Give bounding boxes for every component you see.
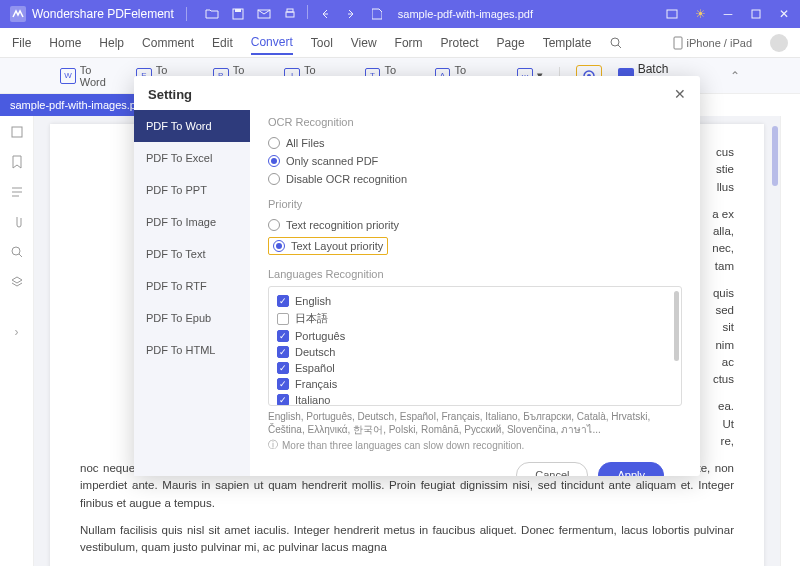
- ocr-section-title: OCR Recognition: [268, 116, 682, 128]
- thumbnail-icon[interactable]: [9, 124, 25, 140]
- rail-expand-icon[interactable]: ›: [9, 324, 25, 340]
- side-pdf-to-word[interactable]: PDF To Word: [134, 110, 250, 142]
- menu-convert[interactable]: Convert: [251, 31, 293, 55]
- dialog-title: Setting: [148, 87, 192, 102]
- to-word-button[interactable]: WTo Word: [60, 64, 120, 88]
- menu-file[interactable]: File: [12, 32, 31, 54]
- svg-rect-2: [235, 9, 241, 12]
- ocr-disable-radio[interactable]: Disable OCR recognition: [268, 170, 682, 188]
- svg-rect-7: [752, 10, 760, 18]
- svg-rect-5: [287, 9, 293, 12]
- ocr-scanned-radio[interactable]: Only scanned PDF: [268, 152, 682, 170]
- priority-text-radio[interactable]: Text recognition priority: [268, 216, 682, 234]
- lang-portugues[interactable]: ✓Português: [277, 328, 673, 344]
- side-pdf-to-text[interactable]: PDF To Text: [134, 238, 250, 270]
- layers-icon[interactable]: [9, 274, 25, 290]
- menu-form[interactable]: Form: [395, 32, 423, 54]
- toolbar-collapse-icon[interactable]: ⌃: [730, 69, 740, 83]
- maximize-icon[interactable]: [748, 6, 764, 22]
- undo-icon[interactable]: [316, 5, 334, 23]
- avatar[interactable]: [770, 34, 788, 52]
- selected-languages-summary: English, Português, Deutsch, Español, Fr…: [268, 410, 682, 436]
- menu-protect[interactable]: Protect: [441, 32, 479, 54]
- menu-page[interactable]: Page: [497, 32, 525, 54]
- lang-francais[interactable]: ✓Français: [277, 376, 673, 392]
- app-logo-icon: [8, 4, 28, 24]
- print-icon[interactable]: [281, 5, 299, 23]
- right-rail: [780, 116, 800, 566]
- lang-section-title: Languages Recognition: [268, 268, 682, 280]
- ocr-all-files-radio[interactable]: All Files: [268, 134, 682, 152]
- device-link[interactable]: iPhone / iPad: [673, 36, 752, 50]
- menu-comment[interactable]: Comment: [142, 32, 194, 54]
- dialog-sidebar: PDF To Word PDF To Excel PDF To PPT PDF …: [134, 110, 250, 476]
- mail-icon[interactable]: [255, 5, 273, 23]
- dialog-close-button[interactable]: ✕: [674, 86, 686, 102]
- apply-button[interactable]: Apply: [598, 462, 664, 476]
- menu-home[interactable]: Home: [49, 32, 81, 54]
- priority-section-title: Priority: [268, 198, 682, 210]
- svg-rect-6: [667, 10, 677, 18]
- app-title: Wondershare PDFelement: [32, 7, 174, 21]
- window-mode-icon[interactable]: [664, 6, 680, 22]
- lang-deutsch[interactable]: ✓Deutsch: [277, 344, 673, 360]
- menubar: File Home Help Comment Edit Convert Tool…: [0, 28, 800, 58]
- side-pdf-to-rtf[interactable]: PDF To RTF: [134, 270, 250, 302]
- side-pdf-to-epub[interactable]: PDF To Epub: [134, 302, 250, 334]
- titlebar: Wondershare PDFelement sample-pdf-with-i…: [0, 0, 800, 28]
- lang-italiano[interactable]: ✓Italiano: [277, 392, 673, 406]
- lang-japanese[interactable]: ✓日本語: [277, 309, 673, 328]
- annotations-icon[interactable]: [9, 184, 25, 200]
- cancel-button[interactable]: Cancel: [516, 462, 588, 476]
- left-rail: ›: [0, 116, 34, 566]
- svg-point-8: [611, 38, 619, 46]
- menu-edit[interactable]: Edit: [212, 32, 233, 54]
- language-warning: ⓘMore than three languages can slow down…: [268, 438, 682, 452]
- lang-english[interactable]: ✓English: [277, 293, 673, 309]
- info-icon: ⓘ: [268, 438, 278, 452]
- priority-layout-radio[interactable]: Text Layout priority: [268, 237, 388, 255]
- scrollbar[interactable]: [772, 126, 778, 186]
- language-list: ✓English ✓日本語 ✓Português ✓Deutsch ✓Españ…: [268, 286, 682, 406]
- close-icon[interactable]: ✕: [776, 6, 792, 22]
- side-pdf-to-excel[interactable]: PDF To Excel: [134, 142, 250, 174]
- minimize-icon[interactable]: ─: [720, 6, 736, 22]
- menu-help[interactable]: Help: [99, 32, 124, 54]
- convert-settings-dialog: Setting ✕ PDF To Word PDF To Excel PDF T…: [134, 76, 700, 476]
- search-icon[interactable]: [609, 36, 623, 50]
- svg-point-13: [12, 247, 20, 255]
- svg-rect-9: [674, 37, 682, 49]
- folder-icon[interactable]: [203, 5, 221, 23]
- current-file: sample-pdf-with-images.pdf: [398, 8, 533, 20]
- menu-view[interactable]: View: [351, 32, 377, 54]
- svg-rect-12: [12, 127, 22, 137]
- side-pdf-to-html[interactable]: PDF To HTML: [134, 334, 250, 366]
- attachments-icon[interactable]: [9, 214, 25, 230]
- svg-rect-4: [286, 12, 294, 17]
- quick-toolbar: [203, 5, 386, 23]
- side-pdf-to-ppt[interactable]: PDF To PPT: [134, 174, 250, 206]
- bookmark-icon[interactable]: [9, 154, 25, 170]
- theme-icon[interactable]: ☀: [692, 6, 708, 22]
- search-rail-icon[interactable]: [9, 244, 25, 260]
- language-scrollbar[interactable]: [674, 291, 679, 361]
- file-indicator-icon: [368, 5, 386, 23]
- lang-espanol[interactable]: ✓Español: [277, 360, 673, 376]
- save-icon[interactable]: [229, 5, 247, 23]
- menu-tool[interactable]: Tool: [311, 32, 333, 54]
- side-pdf-to-image[interactable]: PDF To Image: [134, 206, 250, 238]
- menu-template[interactable]: Template: [543, 32, 592, 54]
- redo-icon[interactable]: [342, 5, 360, 23]
